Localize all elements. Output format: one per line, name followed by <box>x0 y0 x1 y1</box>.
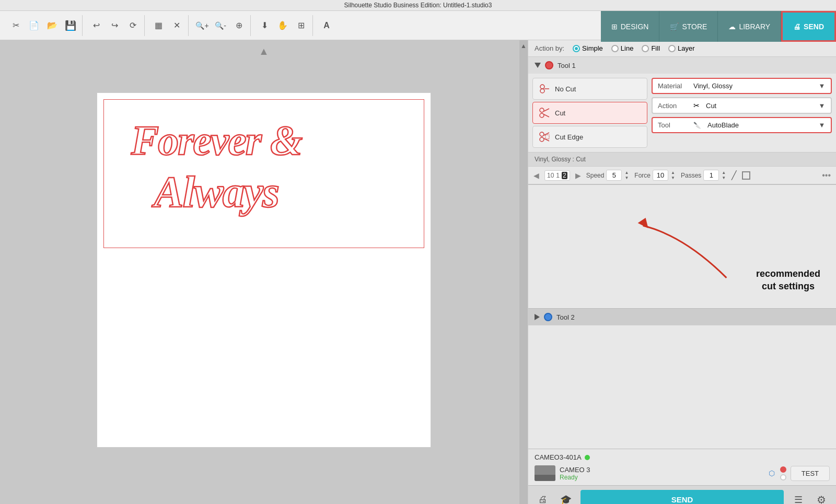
radio-simple[interactable]: Simple <box>573 44 603 52</box>
zoom-out-button[interactable]: 🔍- <box>212 17 229 34</box>
redo-button[interactable]: ↪ <box>106 17 123 34</box>
tool1-collapse-arrow[interactable] <box>535 63 541 68</box>
svg-marker-16 <box>638 218 648 228</box>
status-circle-2 <box>780 474 786 480</box>
send-nav-button[interactable]: 🖨 SEND <box>781 11 836 42</box>
fit-button[interactable]: ⊞ <box>293 17 309 34</box>
annotation-text: recommended cut settings <box>756 268 820 292</box>
device-nav-btn[interactable]: ⬡ <box>765 467 778 479</box>
device-text-area: CAMEO 3 Ready <box>560 466 761 481</box>
text-button[interactable]: A <box>318 17 335 34</box>
tool-label: Tool <box>658 121 689 129</box>
device-model: CAMEO 3 <box>560 466 761 474</box>
canvas-paper: Forever & Always Forever & Always <box>97 92 431 448</box>
zoom-in-button[interactable]: 🔍+ <box>194 17 211 34</box>
tool2-collapse-arrow[interactable] <box>535 314 540 320</box>
action-cut-icon: ✂ <box>693 101 700 110</box>
select-button[interactable]: ▦ <box>150 17 167 34</box>
tool1-section: Tool 1 No Cut <box>528 57 836 185</box>
svg-point-11 <box>540 132 544 136</box>
blade-prev-btn[interactable]: ◀ <box>533 171 539 180</box>
pan-button[interactable]: ✋ <box>274 17 291 34</box>
send-main-button[interactable]: SEND <box>580 490 784 504</box>
params-more-btn[interactable]: ••• <box>822 171 831 180</box>
material-dropdown-arrow[interactable]: ▼ <box>818 83 826 90</box>
move-down-button[interactable]: ⬇ <box>256 17 273 34</box>
library-nav-button[interactable]: ☁ LIBRARY <box>718 11 781 42</box>
svg-point-4 <box>540 85 544 89</box>
no-cut-option[interactable]: No Cut <box>532 78 647 100</box>
blade-num-10[interactable]: 10 <box>547 172 554 179</box>
gear-icon[interactable]: ⚙ <box>813 491 830 505</box>
scroll-up-arrow[interactable]: ▲ <box>259 45 269 57</box>
undo-button[interactable]: ↩ <box>88 17 104 34</box>
cut-edge-option[interactable]: Cut Edge <box>532 126 647 148</box>
zoom-custom-button[interactable]: ⊕ <box>230 17 247 34</box>
tool1-header: Tool 1 <box>528 57 836 74</box>
action-value: Cut <box>706 102 814 110</box>
open-button[interactable]: 📂 <box>44 17 61 34</box>
nav-tools: ⬇ ✋ ⊞ <box>253 15 313 36</box>
save-button[interactable]: 💾 <box>62 17 79 34</box>
radio-layer-label: Layer <box>678 44 695 52</box>
force-up-arrow[interactable]: ▲ <box>670 170 676 175</box>
design-nav-label: DESIGN <box>621 22 649 31</box>
radio-fill[interactable]: Fill <box>642 44 660 52</box>
design-nav-icon: ⊞ <box>611 22 618 31</box>
store-nav-button[interactable]: 🛒 STORE <box>659 11 718 42</box>
device-details: CAMEO 3 Ready ⬡ TEST <box>535 465 830 481</box>
delete-button[interactable]: ✕ <box>168 17 185 34</box>
scroll-down-btn[interactable]: ▼ <box>518 502 528 504</box>
cut-button[interactable]: ✂ <box>7 17 24 34</box>
action-setting-row: Action ✂ Cut ▼ <box>652 97 832 114</box>
device-status-circles <box>780 466 786 480</box>
force-down-arrow[interactable]: ▼ <box>670 175 676 181</box>
reload-button[interactable]: ⟳ <box>124 17 141 34</box>
canvas-area[interactable]: ▲ Forever & Always Forever & Always ▲ ▼ <box>0 40 528 504</box>
force-group: Force 10 ▲ ▼ <box>634 170 676 181</box>
cut-icon <box>538 107 551 119</box>
tool-dropdown-arrow[interactable]: ▼ <box>818 122 826 129</box>
select-tools: ▦ ✕ <box>147 15 189 36</box>
svg-text:Always: Always <box>152 167 278 216</box>
blade-num-1[interactable]: 1 <box>556 172 560 179</box>
blade-numbers: 10 1 2 <box>544 170 570 181</box>
action-by-label: Action by: <box>535 44 564 52</box>
action-by-row: Action by: Simple Line Fill Layer <box>528 40 836 57</box>
svg-line-10 <box>544 114 549 117</box>
tool2-header: Tool 2 <box>528 309 836 325</box>
fill-style-icon[interactable] <box>742 171 750 180</box>
tool2-name: Tool 2 <box>556 313 575 321</box>
svg-point-7 <box>540 108 544 112</box>
passes-down-arrow[interactable]: ▼ <box>721 175 726 181</box>
store-nav-label: STORE <box>682 22 707 31</box>
speed-label: Speed <box>586 172 605 179</box>
line-style-icon[interactable]: ╱ <box>732 170 737 180</box>
new-button[interactable]: 📄 <box>26 17 42 34</box>
right-panel: Action by: Simple Line Fill Layer <box>528 40 836 504</box>
passes-up-arrow[interactable]: ▲ <box>721 170 726 175</box>
file-tools: ✂ 📄 📂 💾 <box>4 15 83 36</box>
test-button[interactable]: TEST <box>791 466 830 481</box>
radio-fill-circle <box>642 45 649 52</box>
radio-layer[interactable]: Layer <box>668 44 695 52</box>
cut-option[interactable]: Cut <box>532 102 647 124</box>
printer-icon[interactable]: 🖨 <box>535 491 551 505</box>
action-dropdown-arrow[interactable]: ▼ <box>818 102 826 109</box>
scroll-up-btn[interactable]: ▲ <box>518 40 528 52</box>
vgc-bar: Vinyl, Glossy : Cut <box>528 152 836 167</box>
blade-num-2[interactable]: 2 <box>562 172 567 179</box>
canvas-scrollbar[interactable]: ▲ ▼ <box>519 40 528 504</box>
radio-line[interactable]: Line <box>611 44 634 52</box>
design-nav-button[interactable]: ⊞ DESIGN <box>601 11 660 42</box>
speed-arrows: ▲ ▼ <box>624 170 629 181</box>
speed-down-arrow[interactable]: ▼ <box>624 175 629 181</box>
menu-icon[interactable]: ☰ <box>790 491 807 505</box>
material-value: Vinyl, Glossy <box>693 82 814 90</box>
speed-up-arrow[interactable]: ▲ <box>624 170 629 175</box>
graduation-icon[interactable]: 🎓 <box>558 491 574 505</box>
panel-spacer <box>528 325 836 449</box>
tool1-name: Tool 1 <box>558 62 576 69</box>
svg-point-5 <box>540 89 544 93</box>
blade-next-btn[interactable]: ▶ <box>575 171 581 180</box>
